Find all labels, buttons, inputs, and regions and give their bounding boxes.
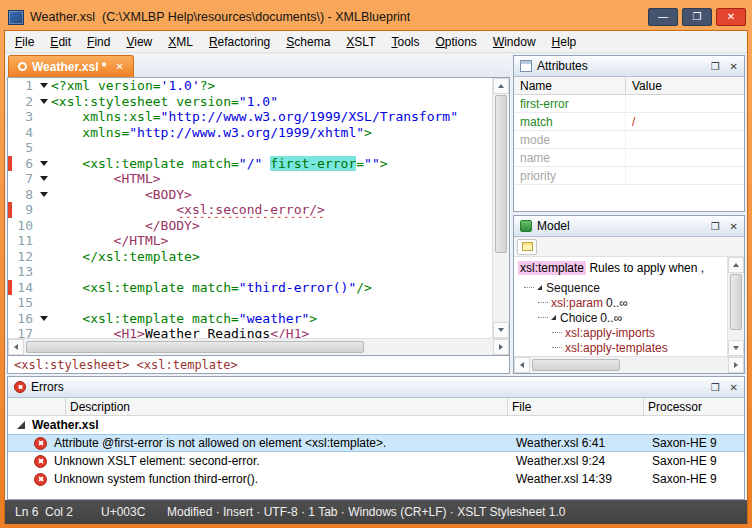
tree-expand-icon[interactable] [551,315,556,320]
model-tree-item[interactable]: xsl:param0..∞ [518,295,727,310]
menu-tools[interactable]: Tools [383,31,427,53]
error-row[interactable]: Attribute @first-error is not allowed on… [8,434,744,452]
scroll-left-button[interactable] [514,357,530,373]
menu-schema[interactable]: Schema [278,31,338,53]
code-line[interactable]: 12 </xsl:template> [8,249,492,265]
editor-horizontal-scrollbar[interactable] [8,338,509,355]
menu-options[interactable]: Options [428,31,485,53]
breadcrumb-item[interactable]: <xsl:template> [137,358,238,372]
close-button[interactable]: ✕ [716,8,746,26]
close-panel-icon[interactable]: ✕ [730,61,738,72]
menu-window[interactable]: Window [485,31,544,53]
error-row[interactable]: Unknown XSLT element: second-error.Weath… [8,452,744,470]
code-line[interactable]: 17 <H1>Weather Readings</H1> [8,326,492,338]
attribute-row[interactable]: name [514,149,744,167]
code-line[interactable]: 14 <xsl:template match="third-error()"/> [8,280,492,296]
model-panel-header[interactable]: Model ❐ ✕ [514,216,744,237]
menu-find[interactable]: Find [79,31,118,53]
errors-panel-header[interactable]: Errors ❐ ✕ [8,377,744,398]
scroll-up-button[interactable] [493,78,509,94]
fold-toggle[interactable] [38,187,51,203]
attribute-value[interactable]: / [626,115,744,129]
attribute-row[interactable]: priority [514,167,744,185]
column-header-file[interactable]: File [508,398,644,415]
scroll-down-button[interactable] [728,340,744,356]
code-segment: > [364,125,372,140]
column-header-name[interactable]: Name [514,77,626,94]
minimize-button[interactable]: — [648,8,678,26]
model-vertical-scrollbar[interactable] [727,257,744,356]
code-line[interactable]: 4 xmlns="http://www.w3.org/1999/xhtml"> [8,125,492,141]
model-tree-item[interactable]: xsl:apply-imports [518,325,727,340]
breadcrumb-item[interactable]: <xsl:stylesheet> [14,358,130,372]
title-bar[interactable]: Weather.xsl (C:\XMLBP Help\resources\doc… [0,0,752,30]
scroll-right-button[interactable] [728,357,744,373]
attribute-row[interactable]: mode [514,131,744,149]
editor-vertical-scrollbar[interactable] [492,78,509,338]
attribute-name: priority [514,167,626,184]
scroll-left-button[interactable] [8,339,24,355]
close-panel-icon[interactable]: ✕ [730,382,738,393]
fold-gutter [38,264,51,280]
fold-toggle[interactable] [38,311,51,327]
code-line[interactable]: 6 <xsl:template match="/" first-error=""… [8,156,492,172]
model-element-name[interactable]: xsl:template [518,261,586,275]
tab-close-icon[interactable]: ✕ [115,61,123,72]
code-line[interactable]: 9 <xsl:second-error/> [8,202,492,218]
column-header-description[interactable]: Description [66,398,508,415]
attribute-row[interactable]: first-error [514,95,744,113]
tree-expand-icon[interactable] [537,285,542,290]
line-number: 2 [12,94,38,110]
vertical-scroll-thumb[interactable] [495,95,507,253]
model-icon [520,220,532,232]
float-panel-icon[interactable]: ❐ [711,382,720,393]
vertical-scroll-thumb[interactable] [730,274,742,330]
error-group-row[interactable]: Weather.xsl [8,416,744,434]
code-line[interactable]: 15 [8,295,492,311]
menu-xml[interactable]: XML [160,31,201,53]
column-header-processor[interactable]: Processor [644,398,744,415]
horizontal-scroll-thumb[interactable] [26,341,364,353]
collapse-icon[interactable] [17,421,25,429]
code-line[interactable]: 3 xmlns:xsl="http://www.w3.org/1999/XSL/… [8,109,492,125]
horizontal-scroll-thumb[interactable] [532,359,620,371]
code-line[interactable]: 11 </HTML> [8,233,492,249]
float-panel-icon[interactable]: ❐ [711,221,720,232]
attribute-row[interactable]: match/ [514,113,744,131]
model-tree-item[interactable]: xsl:apply-templates [518,340,727,355]
model-tree-item[interactable]: Choice0..∞ [518,310,727,325]
code-pane[interactable]: 1<?xml version='1.0'?>2<xsl:stylesheet v… [8,78,492,338]
model-horizontal-scrollbar[interactable] [514,356,744,373]
code-segment: " [239,280,247,295]
menu-xslt[interactable]: XSLT [338,31,383,53]
code-line[interactable]: 13 [8,264,492,280]
float-panel-icon[interactable]: ❐ [711,61,720,72]
model-tree-item[interactable]: Sequence [518,280,727,295]
model-doc-toggle-button[interactable] [517,239,537,255]
tab-weather-xsl[interactable]: Weather.xsl * ✕ [8,55,134,77]
code-line[interactable]: 2<xsl:stylesheet version="1.0" [8,94,492,110]
close-panel-icon[interactable]: ✕ [730,221,738,232]
fold-toggle[interactable] [38,156,51,172]
scroll-down-button[interactable] [493,322,509,338]
code-line[interactable]: 1<?xml version='1.0'?> [8,78,492,94]
menu-view[interactable]: View [118,31,160,53]
error-row[interactable]: Unknown system function third-error().We… [8,470,744,488]
menu-help[interactable]: Help [544,31,585,53]
code-line[interactable]: 10 </BODY> [8,218,492,234]
menu-edit[interactable]: Edit [42,31,79,53]
fold-toggle[interactable] [38,171,51,187]
code-line[interactable]: 8 <BODY> [8,187,492,203]
code-line[interactable]: 5 [8,140,492,156]
menu-file[interactable]: File [7,31,42,53]
maximize-button[interactable]: ❐ [682,8,712,26]
scroll-right-button[interactable] [493,339,509,355]
code-line[interactable]: 16 <xsl:template match="weather"> [8,311,492,327]
code-line[interactable]: 7 <HTML> [8,171,492,187]
menu-refactoring[interactable]: Refactoring [201,31,278,53]
column-header-value[interactable]: Value [626,79,744,93]
fold-toggle[interactable] [38,94,51,110]
scroll-up-button[interactable] [728,257,744,273]
fold-toggle[interactable] [38,78,51,94]
attributes-panel-header[interactable]: Attributes ❐ ✕ [514,56,744,77]
